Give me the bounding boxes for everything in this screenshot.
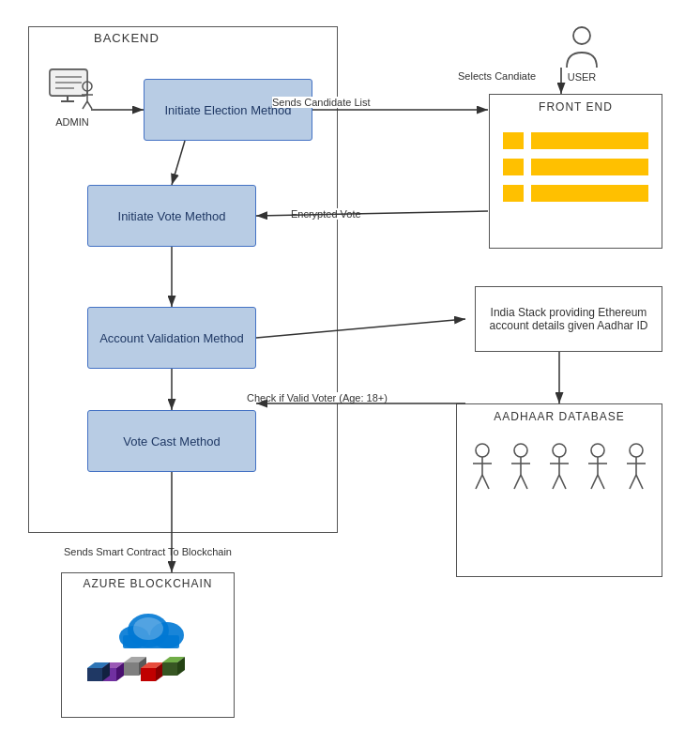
frontend-row-3	[503, 185, 648, 202]
admin-icon	[48, 66, 97, 113]
selects-candidate-label: Selects Candiate	[458, 70, 536, 82]
encrypted-vote-label: Encrypted Vote	[291, 208, 361, 220]
stick-figure-5	[622, 442, 650, 494]
svg-rect-52	[162, 662, 177, 676]
sends-smart-label: Sends Smart Contract To Blockchain	[64, 546, 232, 557]
svg-point-18	[514, 444, 527, 457]
svg-point-42	[133, 617, 163, 640]
svg-line-36	[630, 475, 636, 489]
svg-point-13	[476, 444, 489, 457]
stick-figures	[457, 423, 662, 503]
svg-line-11	[87, 101, 92, 109]
stick-figure-1	[468, 442, 496, 494]
frontend-row-1	[503, 132, 648, 149]
frontend-rows	[490, 114, 662, 211]
indiastack-box: India Stack providing Ethereum account d…	[475, 286, 662, 352]
svg-rect-43	[124, 662, 139, 676]
svg-point-12	[573, 27, 590, 44]
vote-cast-method-box: Vote Cast Method	[87, 410, 256, 472]
svg-line-16	[476, 475, 482, 489]
azure-content	[62, 590, 234, 693]
frontend-row-2	[503, 159, 648, 175]
backend-label: BACKEND	[94, 31, 160, 45]
svg-point-23	[553, 444, 566, 457]
initiate-vote-method-box: Initiate Vote Method	[87, 185, 256, 247]
aadhaar-box: AADHAAR DATABASE	[456, 403, 662, 577]
stick-figure-3	[545, 442, 573, 494]
svg-point-33	[630, 444, 643, 457]
svg-rect-49	[141, 668, 156, 681]
indiastack-text: India Stack providing Ethereum account d…	[483, 306, 654, 332]
fe-square-2	[503, 159, 524, 175]
svg-line-22	[521, 475, 527, 489]
azure-box: AZURE BLOCKCHAIN	[61, 572, 235, 718]
initiate-election-method-box: Initiate Election Method	[144, 79, 312, 141]
azure-logo-svg	[83, 604, 214, 689]
svg-line-21	[514, 475, 521, 489]
stick-figure-2	[507, 442, 535, 494]
svg-rect-55	[87, 668, 102, 681]
svg-point-28	[591, 444, 604, 457]
admin-label: ADMIN	[55, 116, 88, 128]
svg-line-32	[598, 475, 604, 489]
aadhaar-label: AADHAAR DATABASE	[457, 410, 662, 423]
fe-square-3	[503, 185, 524, 202]
fe-square-1	[503, 132, 524, 149]
architecture-diagram: BACKEND ADMIN Initiate Election Method	[0, 0, 700, 730]
user-label: USER	[568, 71, 597, 83]
fe-bar-2	[531, 159, 648, 175]
fe-bar-3	[531, 185, 648, 202]
svg-line-10	[83, 101, 87, 109]
account-validation-method-box: Account Validation Method	[87, 307, 256, 369]
fe-bar-1	[531, 132, 648, 149]
svg-line-37	[636, 475, 643, 489]
svg-line-26	[553, 475, 559, 489]
svg-line-17	[482, 475, 489, 489]
admin-area: ADMIN	[39, 66, 105, 128]
azure-label: AZURE BLOCKCHAIN	[62, 577, 234, 590]
frontend-label: FRONT END	[490, 100, 662, 114]
user-icon	[565, 26, 599, 69]
stick-figure-4	[584, 442, 612, 494]
frontend-box: FRONT END	[489, 94, 662, 249]
sends-candidate-label: Sends Candidate List	[272, 97, 371, 108]
check-valid-label: Check if Valid Voter (Age: 18+)	[247, 392, 388, 403]
user-area: USER	[565, 26, 599, 83]
svg-line-31	[591, 475, 598, 489]
svg-line-27	[559, 475, 566, 489]
